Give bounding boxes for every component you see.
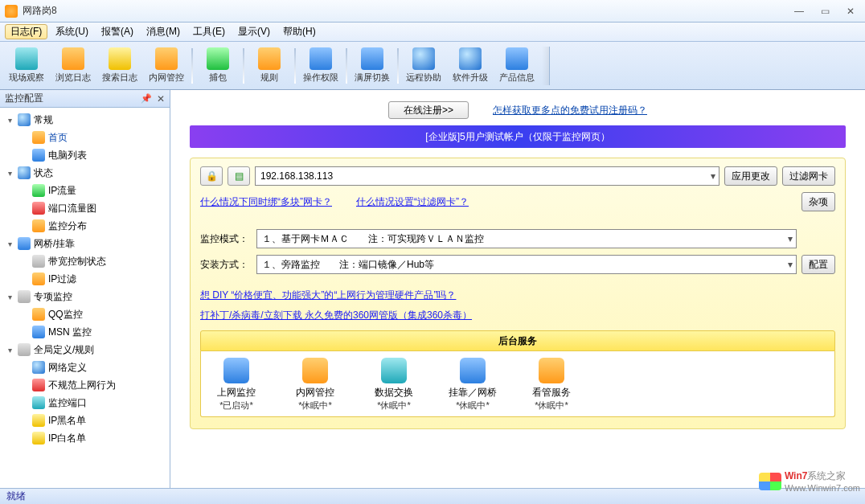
fullscreen-icon xyxy=(361,47,383,70)
filter-nic-button[interactable]: 过滤网卡 xyxy=(782,166,835,186)
tree-item-label: MSN 监控 xyxy=(48,326,92,339)
item-icon xyxy=(32,361,45,374)
close-panel-icon[interactable]: ✕ xyxy=(157,93,165,104)
service-name: 上网监控 xyxy=(217,386,256,400)
pin-icon[interactable]: 📌 xyxy=(141,93,152,104)
edition-banner: [企业版]5用户测试帐户（仅限于监控网页） xyxy=(190,125,846,148)
toolbar: 现场观察浏览日志搜索日志内网管控捕包规则操作权限满屏切换远程协助软件升级产品信息 xyxy=(0,42,865,90)
toolbar-button-label: 现场观察 xyxy=(9,72,44,84)
side-panel-title: 监控配置 xyxy=(5,92,43,105)
toolbar-button[interactable]: 满屏切换 xyxy=(349,44,396,88)
services-header: 后台服务 xyxy=(200,330,835,351)
tree-item[interactable]: 电脑列表 xyxy=(0,146,170,164)
tree-item-label: 监控端口 xyxy=(48,396,87,410)
toolbar-button[interactable]: 操作权限 xyxy=(297,44,344,88)
tree-group[interactable]: ▾状态 xyxy=(0,164,170,182)
tree-group-label: 专项监控 xyxy=(34,290,72,304)
tree-item-label: 监控分布 xyxy=(48,219,87,233)
tree-group[interactable]: ▾常规 xyxy=(0,111,170,129)
tree-group-label: 网桥/挂靠 xyxy=(34,237,75,251)
diy-link[interactable]: 想 DIY “价格便宜、功能强大”的“上网行为管理硬件产品”吗？ xyxy=(200,289,456,302)
tree-item[interactable]: IP黑名单 xyxy=(0,412,170,429)
patch-link[interactable]: 打补丁/杀病毒/立刻下载 永久免费的360网管版（集成360杀毒） xyxy=(200,309,472,322)
tree-item[interactable]: MSN 监控 xyxy=(0,323,170,341)
tree-item-label: QQ监控 xyxy=(48,308,83,322)
toolbar-button[interactable]: 产品信息 xyxy=(494,44,540,88)
service-name: 看管服务 xyxy=(532,386,571,400)
service-item[interactable]: 数据交换*休眠中* xyxy=(362,358,426,412)
menu-item[interactable]: 消息(M) xyxy=(140,23,187,41)
service-icon xyxy=(460,358,486,383)
config-panel: 🔒 ▤ 192.168.138.113 应用更改 过滤网卡 什么情况下同时绑“多… xyxy=(190,158,846,429)
rules-icon xyxy=(258,47,281,70)
toolbar-separator xyxy=(191,48,193,84)
tree-item-label: 不规范上网行为 xyxy=(48,379,116,392)
tree-item[interactable]: 监控分布 xyxy=(0,217,170,235)
service-name: 挂靠／网桥 xyxy=(449,386,497,400)
toolbar-button[interactable]: 浏览日志 xyxy=(50,44,96,88)
close-button[interactable]: ✕ xyxy=(841,4,860,18)
toolbar-button-label: 满屏切换 xyxy=(355,72,390,84)
service-item[interactable]: 上网监控*已启动* xyxy=(204,358,269,412)
tree-item[interactable]: 首页 xyxy=(0,129,170,146)
menu-item[interactable]: 帮助(H) xyxy=(277,23,322,41)
menu-item[interactable]: 显示(V) xyxy=(232,23,277,41)
tree-item-label: 首页 xyxy=(48,131,68,145)
ip-combo[interactable]: 192.168.138.113 xyxy=(255,166,719,186)
toolbar-button[interactable]: 现场观察 xyxy=(3,44,50,88)
toolbar-separator xyxy=(243,48,244,84)
mode-combo[interactable]: １、基于网卡ＭＡＣ 注：可实现跨ＶＬＡＮ监控 xyxy=(256,229,797,248)
tree-group[interactable]: ▾全局定义/规则 xyxy=(0,341,170,359)
group-icon xyxy=(18,343,31,356)
tree-item[interactable]: 端口流量图 xyxy=(0,199,170,217)
tree-item[interactable]: 带宽控制状态 xyxy=(0,252,170,270)
service-item[interactable]: 看管服务*休眠中* xyxy=(519,358,584,412)
window-title: 网路岗8 xyxy=(23,4,789,18)
register-button[interactable]: 在线注册>> xyxy=(388,101,469,119)
tree-group-label: 状态 xyxy=(34,166,53,180)
maximize-button[interactable]: ▭ xyxy=(815,4,834,18)
install-combo[interactable]: １、旁路监控 注：端口镜像／Hub等 xyxy=(256,255,797,274)
status-bar: 就绪 xyxy=(0,488,865,504)
hint-multi-nic-link[interactable]: 什么情况下同时绑“多块”网卡？ xyxy=(200,195,332,209)
upgrade-icon xyxy=(459,47,482,70)
toolbar-button[interactable]: 捕包 xyxy=(195,44,241,88)
lock-button[interactable]: 🔒 xyxy=(200,166,223,186)
minimize-button[interactable]: — xyxy=(789,4,809,18)
menu-item[interactable]: 报警(A) xyxy=(95,23,140,41)
register-help-link[interactable]: 怎样获取更多点的免费试用注册码？ xyxy=(493,104,647,117)
item-icon xyxy=(32,202,45,215)
tree-item-label: 带宽控制状态 xyxy=(48,255,106,268)
tree-item[interactable]: 监控端口 xyxy=(0,394,170,412)
tree-item[interactable]: 不规范上网行为 xyxy=(0,376,170,394)
apply-button[interactable]: 应用更改 xyxy=(724,166,777,186)
nic-button[interactable]: ▤ xyxy=(228,166,250,186)
toolbar-button-label: 捕包 xyxy=(209,72,227,84)
toolbar-button[interactable]: 软件升级 xyxy=(447,44,494,88)
menu-item[interactable]: 系统(U) xyxy=(49,23,95,41)
tree-item[interactable]: IP流量 xyxy=(0,182,170,199)
item-icon xyxy=(32,326,45,338)
toolbar-button[interactable]: 内网管控 xyxy=(143,44,190,88)
tree-group[interactable]: ▾专项监控 xyxy=(0,288,170,305)
toolbar-button-label: 浏览日志 xyxy=(55,72,91,84)
config-button[interactable]: 配置 xyxy=(801,255,835,274)
perm-icon xyxy=(310,47,332,70)
toolbar-button[interactable]: 搜索日志 xyxy=(96,44,143,88)
menu-item[interactable]: 工具(E) xyxy=(187,23,232,41)
tree-group[interactable]: ▾网桥/挂靠 xyxy=(0,235,170,252)
service-item[interactable]: 挂靠／网桥*休眠中* xyxy=(441,358,505,412)
misc-button[interactable]: 杂项 xyxy=(801,192,835,211)
toolbar-button[interactable]: 远程协助 xyxy=(400,44,447,88)
hint-filter-nic-link[interactable]: 什么情况设置“过滤网卡”？ xyxy=(356,195,469,209)
tree-item[interactable]: IP白名单 xyxy=(0,429,170,447)
toolbar-button[interactable]: 规则 xyxy=(246,44,293,88)
tree-item[interactable]: IP过滤 xyxy=(0,270,170,288)
tree-item[interactable]: QQ监控 xyxy=(0,305,170,323)
side-panel-header: 监控配置 📌 ✕ xyxy=(0,90,170,108)
toolbar-button-label: 搜索日志 xyxy=(102,72,137,84)
menu-item[interactable]: 日志(F) xyxy=(5,24,47,39)
tree-item[interactable]: 网络定义 xyxy=(0,359,170,376)
service-item[interactable]: 内网管控*休眠中* xyxy=(283,358,347,412)
service-status: *休眠中* xyxy=(298,400,332,412)
